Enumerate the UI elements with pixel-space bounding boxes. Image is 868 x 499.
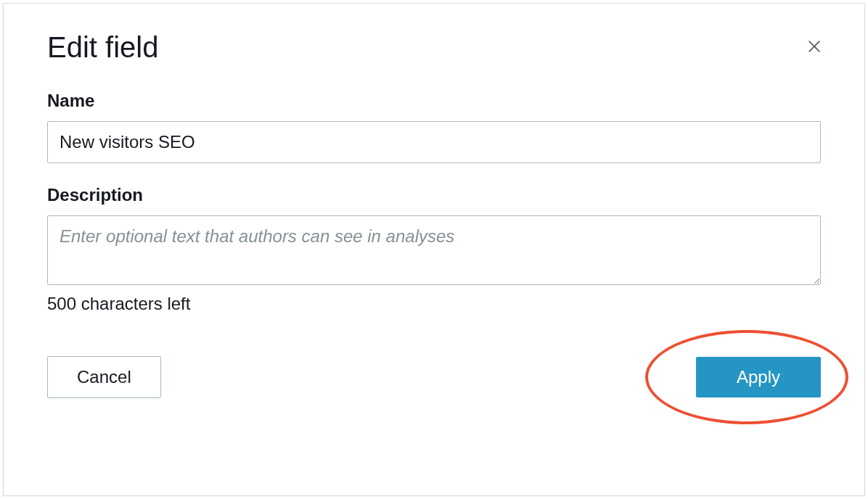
name-input[interactable] (47, 121, 821, 163)
description-label: Description (47, 185, 821, 205)
name-field-group: Name (47, 91, 821, 163)
dialog-header: Edit field (47, 31, 821, 63)
name-label: Name (47, 91, 821, 111)
dialog-title: Edit field (47, 31, 158, 63)
dialog-footer: Cancel Apply (47, 356, 821, 398)
description-textarea[interactable] (47, 215, 821, 285)
close-button[interactable] (802, 34, 827, 61)
close-icon (806, 38, 822, 54)
description-field-group: Description 500 characters left (47, 185, 821, 314)
cancel-button[interactable]: Cancel (47, 356, 161, 398)
characters-left-text: 500 characters left (47, 294, 821, 314)
edit-field-dialog: Edit field Name Description 500 characte… (3, 3, 865, 496)
apply-button[interactable]: Apply (696, 357, 821, 397)
